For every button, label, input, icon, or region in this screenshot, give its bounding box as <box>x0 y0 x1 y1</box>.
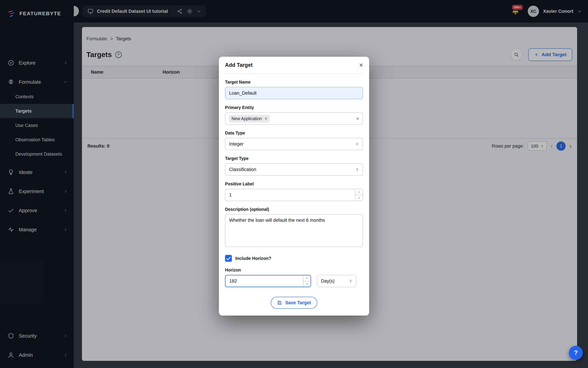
stepper-up-icon[interactable] <box>356 189 363 195</box>
horizon-label: Horizon <box>225 267 363 273</box>
save-target-label: Save Target <box>285 300 311 305</box>
description-label: Description (optional) <box>225 207 363 212</box>
select-chevrons-icon <box>356 167 359 172</box>
target-type-value: Classification <box>229 167 256 172</box>
data-type-value: Integer <box>229 141 243 147</box>
modal-title: Add Target <box>225 62 252 68</box>
save-icon <box>277 300 282 305</box>
description-textarea[interactable]: Whether the loan will default the next 6… <box>225 214 363 247</box>
clear-field-icon[interactable]: × <box>356 116 359 121</box>
horizon-input[interactable] <box>225 276 303 287</box>
entity-chip-label: New Application <box>232 116 262 121</box>
select-chevrons-icon <box>349 278 352 284</box>
horizon-unit-select[interactable]: Day(s) <box>317 275 356 287</box>
select-chevrons-icon <box>356 141 359 147</box>
modal-header: Add Target × <box>225 57 363 74</box>
positive-label-stepper <box>225 189 363 201</box>
close-icon[interactable]: × <box>359 62 363 69</box>
positive-label-label: Positive Label <box>225 181 363 186</box>
chip-remove-icon[interactable]: × <box>265 116 267 121</box>
target-type-select[interactable]: Classification <box>225 163 363 176</box>
include-horizon-row: Include Horizon? <box>225 255 363 262</box>
positive-label-input[interactable] <box>225 189 355 201</box>
help-fab-button[interactable]: ? <box>569 346 583 360</box>
horizon-stepper <box>225 275 311 287</box>
data-type-select[interactable]: Integer <box>225 138 363 150</box>
stepper-down-icon[interactable] <box>303 281 311 287</box>
include-horizon-checkbox[interactable] <box>225 255 232 262</box>
target-name-input[interactable] <box>225 87 363 99</box>
add-target-modal: Add Target × Target Name Primary Entity … <box>219 57 369 316</box>
data-type-label: Data Type <box>225 130 363 136</box>
stepper-down-icon[interactable] <box>356 195 363 201</box>
include-horizon-label: Include Horizon? <box>235 256 271 261</box>
save-target-button[interactable]: Save Target <box>271 297 317 309</box>
target-name-label: Target Name <box>225 80 363 84</box>
entity-chip: New Application × <box>229 115 270 122</box>
primary-entity-field[interactable]: New Application × × <box>225 112 363 125</box>
horizon-unit-value: Day(s) <box>321 278 335 284</box>
target-type-label: Target Type <box>225 156 363 161</box>
primary-entity-label: Primary Entity <box>225 105 363 110</box>
stepper-up-icon[interactable] <box>303 276 311 281</box>
